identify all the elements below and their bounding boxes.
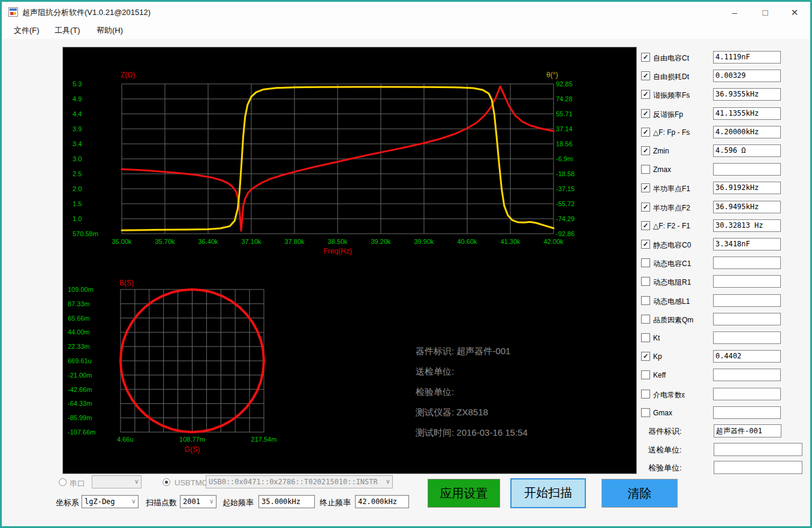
right-axis-tick: 55.71 (556, 110, 573, 117)
result-value-input[interactable] (713, 331, 781, 344)
left-axis-tick: 1.5 (73, 200, 82, 207)
start-scan-button[interactable]: 开始扫描 (510, 478, 586, 508)
result-value-input[interactable] (713, 313, 781, 325)
left-axis-tick: 1.0 (73, 215, 82, 222)
result-value-input[interactable] (713, 257, 781, 269)
x-axis-tick: 39.20k (371, 238, 391, 245)
right-axis-tick: 18.56 (556, 140, 573, 147)
top-axis-title: B(S) (119, 279, 134, 287)
window-title: 超声阻抗分析软件(V1.0.21@201512) (22, 7, 151, 18)
result-checkbox-7[interactable]: ✓ (641, 183, 650, 192)
sweep-points-select[interactable]: 2001∨ (180, 495, 216, 508)
start-frequency-label: 起始频率 (222, 497, 254, 508)
menu-tools[interactable]: 工具(T) (55, 25, 80, 36)
result-value-input[interactable] (713, 388, 781, 400)
app-icon (8, 7, 18, 17)
result-checkbox-17[interactable] (641, 370, 650, 379)
result-label: Zmin (653, 147, 669, 155)
left-axis-tick: 4.9 (73, 95, 82, 102)
serial-radio-label: 串口 (70, 478, 85, 489)
id-field-input[interactable] (714, 443, 802, 456)
right-axis-tick: -6.9m (556, 155, 573, 162)
usbtmc-radio[interactable] (163, 478, 170, 486)
y-axis-tick: -85.99m (68, 414, 92, 421)
left-axis-tick: 4.4 (73, 110, 82, 117)
result-label: 介电常数ε (653, 390, 685, 400)
result-checkbox-8[interactable]: ✓ (641, 203, 650, 212)
result-value-input[interactable] (713, 294, 781, 307)
result-checkbox-0[interactable]: ✓ (641, 53, 650, 62)
result-checkbox-12[interactable] (641, 277, 650, 286)
result-checkbox-14[interactable] (641, 315, 650, 324)
result-value-input[interactable]: 3.3418nF (713, 238, 781, 251)
left-axis-tick: 570.58m (73, 230, 98, 237)
close-button[interactable]: ✕ (784, 5, 805, 20)
maximize-button[interactable]: □ (754, 5, 776, 20)
menu-file[interactable]: 文件(F) (14, 25, 40, 36)
result-value-input[interactable]: 4.596 Ω (713, 144, 781, 157)
result-label: Zmax (653, 165, 671, 174)
result-checkbox-13[interactable] (641, 296, 650, 305)
result-checkbox-5[interactable]: ✓ (641, 146, 650, 155)
x-axis-tick: 35.00k (112, 238, 132, 245)
result-value-input[interactable] (713, 406, 781, 419)
y-axis-tick: -64.33m (68, 400, 92, 407)
y-axis-tick: 65.66m (68, 315, 90, 322)
coord-system-select[interactable]: lgZ-Deg∨ (82, 495, 139, 508)
result-checkbox-15[interactable] (641, 333, 650, 342)
right-axis-title: θ(°) (546, 71, 558, 79)
usbtmc-address-select[interactable]: USB0::0x0471::0x2786::T020215010::INSTR∨ (206, 475, 393, 488)
result-value-input[interactable]: 36.9495kHz (713, 201, 781, 213)
result-checkbox-9[interactable]: ✓ (641, 221, 650, 230)
x-axis-tick: 35.70k (155, 238, 175, 245)
result-checkbox-2[interactable]: ✓ (641, 90, 650, 99)
result-checkbox-11[interactable] (641, 258, 650, 267)
id-field-label: 器件标识: (648, 426, 682, 437)
result-checkbox-6[interactable] (641, 165, 650, 174)
result-label: 反谐振Fp (653, 110, 683, 120)
result-value-input[interactable] (713, 369, 781, 381)
result-label: 自由损耗Dt (653, 72, 689, 82)
result-checkbox-18[interactable] (641, 390, 650, 399)
left-axis-title: Z(Ω) (121, 71, 135, 79)
result-label: △F: Fp - Fs (653, 128, 690, 137)
left-axis-tick: 2.5 (73, 170, 82, 177)
result-value-input[interactable]: 41.1355kHz (713, 107, 781, 120)
result-label: 谐振频率Fs (653, 90, 690, 101)
minimize-button[interactable]: – (724, 5, 745, 20)
id-field-input[interactable] (714, 461, 802, 474)
menu-help[interactable]: 帮助(H) (97, 25, 123, 36)
serial-radio[interactable] (59, 478, 67, 486)
result-checkbox-1[interactable]: ✓ (641, 71, 650, 80)
apply-settings-button[interactable]: 应用设置 (428, 479, 500, 508)
result-value-input[interactable]: 4.20000kHz (713, 126, 781, 138)
result-checkbox-4[interactable]: ✓ (641, 128, 650, 137)
stop-frequency-input[interactable]: 42.000kHz (355, 495, 409, 508)
result-value-input[interactable] (713, 275, 781, 288)
left-axis-tick: 2.0 (73, 185, 82, 192)
left-axis-tick: 3.0 (73, 155, 82, 162)
result-value-input[interactable]: 4.1119nF (713, 51, 781, 64)
result-value-input[interactable]: 0.00329 (713, 70, 781, 82)
result-checkbox-10[interactable]: ✓ (641, 240, 650, 249)
y-axis-tick: -107.66m (68, 429, 95, 436)
result-value-input[interactable]: 36.9355kHz (713, 88, 781, 101)
result-value-input[interactable]: 0.4402 (713, 350, 781, 363)
result-checkbox-19[interactable] (641, 408, 650, 417)
info-line: 器件标识: 超声器件-001 (416, 341, 528, 361)
id-field-input[interactable]: 超声器件-001 (714, 424, 781, 438)
result-checkbox-3[interactable]: ✓ (641, 109, 650, 118)
x-axis-tick: 39.90k (414, 238, 434, 245)
result-checkbox-16[interactable]: ✓ (641, 352, 650, 361)
right-axis-tick: 37.14 (556, 125, 573, 132)
result-value-input[interactable]: 30.32813 Hz (713, 219, 781, 232)
chevron-down-icon: ∨ (134, 476, 139, 488)
usbtmc-radio-label: USBTMC (175, 478, 207, 487)
serial-port-select[interactable]: ∨ (92, 475, 142, 488)
result-value-input[interactable]: 36.9192kHz (713, 182, 781, 194)
clear-button[interactable]: 清除 (602, 479, 678, 508)
result-label: 品质因素Qm (653, 315, 693, 325)
coord-system-label: 坐标系 (56, 497, 79, 508)
result-value-input[interactable] (713, 163, 781, 176)
start-frequency-input[interactable]: 35.000kHz (258, 495, 315, 508)
